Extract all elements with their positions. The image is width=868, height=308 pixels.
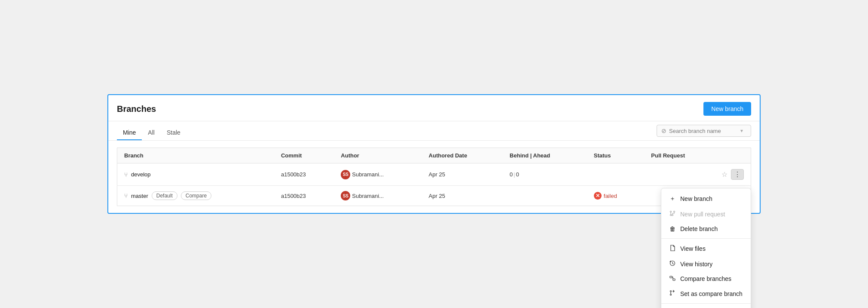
table-row: ⑂ master Default Compare a1500b23 SS Sub… [117,186,751,206]
menu-item-new-branch[interactable]: ＋ New branch [661,191,751,206]
col-status: Status [587,148,645,163]
pull-request-cell: ☆ ⋮ [644,163,751,186]
menu-item-lock[interactable]: Lock [661,306,751,308]
svg-point-8 [670,294,672,296]
svg-point-0 [670,211,672,213]
menu-separator [661,303,751,304]
dropdown-menu: ＋ New branch New pull request [661,188,751,308]
file-icon [669,245,676,253]
failed-icon: ✕ [594,192,602,200]
date-cell: Apr 25 [422,186,503,206]
history-icon [669,260,676,268]
search-input[interactable] [669,128,738,134]
branch-icon: ⑂ [124,192,128,199]
default-badge: Default [152,191,177,200]
search-box: ⊘ ▾ [657,125,751,137]
status-label: failed [604,193,617,199]
menu-label: New branch [680,195,712,202]
author-cell: SS Subramani... [334,163,422,186]
filter-icon: ⊘ [661,127,666,134]
col-commit: Commit [274,148,334,163]
author-name: Subramani... [352,193,384,199]
author-cell: SS Subramani... [334,186,422,206]
page-title: Branches [117,104,156,114]
table-header-row: Branch Commit Author Authored Date Behin… [117,148,751,163]
branch-name: master [131,193,148,199]
author-name: Subramani... [352,171,384,178]
avatar: SS [341,191,350,200]
menu-item-set-compare-branch[interactable]: Set as compare branch [661,286,751,301]
menu-separator [661,238,751,239]
divider: | [513,171,515,178]
branch-name: develop [131,171,151,178]
commit-cell: a1500b23 [274,186,334,206]
menu-item-view-files[interactable]: View files [661,241,751,256]
col-branch: Branch [117,148,274,163]
svg-rect-6 [673,279,675,280]
col-pull-request: Pull Request [644,148,751,163]
svg-point-1 [670,215,672,216]
svg-point-2 [674,211,675,213]
more-options-button[interactable]: ⋮ [731,169,744,180]
branch-cell-develop: ⑂ develop [117,163,274,186]
tab-all[interactable]: All [142,126,161,140]
menu-item-new-pull-request: New pull request [661,206,751,222]
trash-icon: 🗑 [669,225,676,232]
col-authored-date: Authored Date [422,148,503,163]
page-header: Branches New branch [108,95,760,121]
chevron-down-icon: ▾ [740,128,743,134]
tabs-container: Mine All Stale [117,126,186,140]
compare-icon [669,275,676,282]
avatar: SS [341,170,350,179]
svg-point-7 [670,291,672,292]
branches-table: Branch Commit Author Authored Date Behin… [117,148,751,206]
status-cell-failed: ✕ failed [587,186,645,206]
tab-stale[interactable]: Stale [161,126,186,140]
menu-label: Compare branches [680,275,731,282]
status-cell [587,163,645,186]
commit-cell: a1500b23 [274,163,334,186]
tab-mine[interactable]: Mine [117,126,142,140]
menu-item-view-history[interactable]: View history [661,256,751,271]
new-branch-button[interactable]: New branch [703,102,751,116]
page-container: Branches New branch Mine All Stale ⊘ ▾ B… [107,94,761,214]
menu-label: New pull request [680,211,725,218]
svg-point-3 [672,215,673,216]
menu-label: View history [680,261,712,268]
col-author: Author [334,148,422,163]
plus-icon: ＋ [669,195,676,203]
table-container: Branch Commit Author Authored Date Behin… [108,141,760,213]
star-button[interactable]: ☆ [720,169,729,180]
table-row: ⑂ develop a1500b23 SS Subramani... Apr 2… [117,163,751,186]
menu-label: Set as compare branch [680,290,743,297]
col-behind-ahead: Behind | Ahead [503,148,587,163]
branch-icon: ⑂ [124,171,128,178]
ahead-count: 0 [516,171,519,178]
behind-ahead-cell [503,186,587,206]
menu-item-compare-branches[interactable]: Compare branches [661,271,751,286]
svg-rect-5 [670,276,672,278]
date-cell: Apr 25 [422,163,503,186]
behind-count: 0 [510,171,513,178]
menu-label: Delete branch [680,225,718,232]
branch-cell-master: ⑂ master Default Compare [117,186,274,206]
set-compare-icon [669,290,676,297]
compare-badge: Compare [181,191,211,200]
pr-icon [669,210,676,218]
menu-item-delete-branch[interactable]: 🗑 Delete branch [661,222,751,236]
tabs-row: Mine All Stale ⊘ ▾ [108,121,760,141]
menu-label: View files [680,245,706,252]
behind-ahead-cell: 0 | 0 [503,163,587,186]
